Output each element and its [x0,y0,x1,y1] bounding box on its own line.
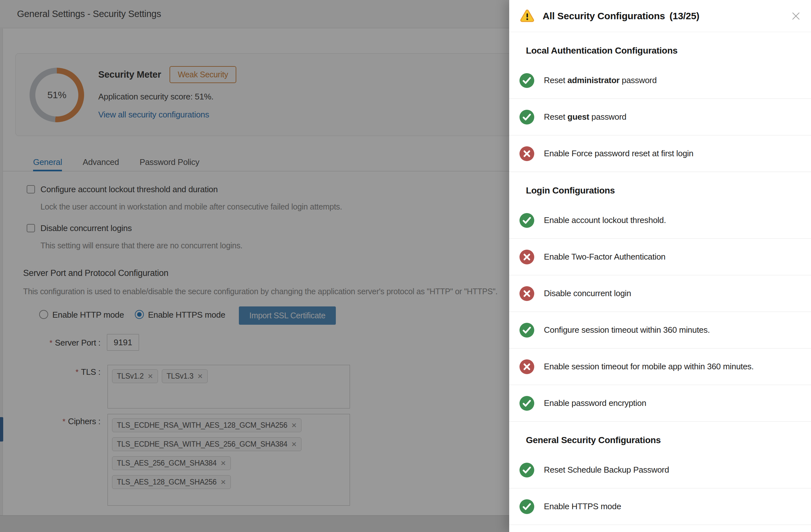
config-item-text: Configure session timeout within 360 min… [544,325,710,335]
warning-icon [520,10,534,22]
modal-backdrop[interactable] [0,0,509,532]
config-item-row: Reset administrator password [509,62,811,99]
status-pass-icon [519,213,534,228]
status-pass-icon [519,396,534,411]
config-item-row: Enable account lockout threshold. [509,202,811,239]
config-item-row: Enable Two-Factor Authentication [509,239,811,275]
config-list: Local Authentication ConfigurationsReset… [509,32,811,532]
config-item-row: Disable concurrent login [509,275,811,312]
config-section-heading: Login Configurations [526,186,811,196]
panel-count: (13/25) [669,11,699,21]
status-pass-icon [519,73,534,88]
config-item-row: Configure session timeout within 360 min… [509,312,811,348]
panel-header: All Security Configurations (13/25) [509,0,811,32]
config-item-row: Enable HTTPS mode [509,488,811,525]
status-fail-icon [519,359,534,374]
config-item-text: Enable Force password reset at first log… [544,148,693,158]
status-pass-icon [519,110,534,125]
status-fail-icon [519,250,534,264]
config-item-text: Reset administrator password [544,75,657,85]
status-pass-icon [519,463,534,478]
close-icon[interactable] [791,11,801,21]
status-pass-icon [519,499,534,514]
config-item-text: Enable Two-Factor Authentication [544,252,665,262]
status-pass-icon [519,323,534,338]
config-item-row: Enable session timeout for mobile app wi… [509,348,811,385]
status-fail-icon [519,286,534,301]
config-item-row: Reset guest password [509,99,811,136]
security-configurations-panel: All Security Configurations (13/25) Loca… [509,0,811,532]
config-item-row: Reset Schedule Backup Password [509,452,811,488]
config-item-text: Enable account lockout threshold. [544,215,666,225]
status-fail-icon [519,146,534,161]
config-item-text: Enable session timeout for mobile app wi… [544,362,754,372]
config-section-heading: General Security Configurations [526,435,811,445]
panel-title: All Security Configurations [542,11,665,21]
config-item-row: Enable password encryption [509,385,811,422]
config-section-heading: Local Authentication Configurations [526,46,811,56]
config-item-text: Reset guest password [544,112,626,122]
config-item-text: Enable HTTPS mode [544,502,621,512]
config-item-text: Enable password encryption [544,398,646,408]
config-item-text: Reset Schedule Backup Password [544,465,669,475]
config-item-row: Enable Force password reset at first log… [509,136,811,172]
config-item-text: Disable concurrent login [544,288,631,298]
